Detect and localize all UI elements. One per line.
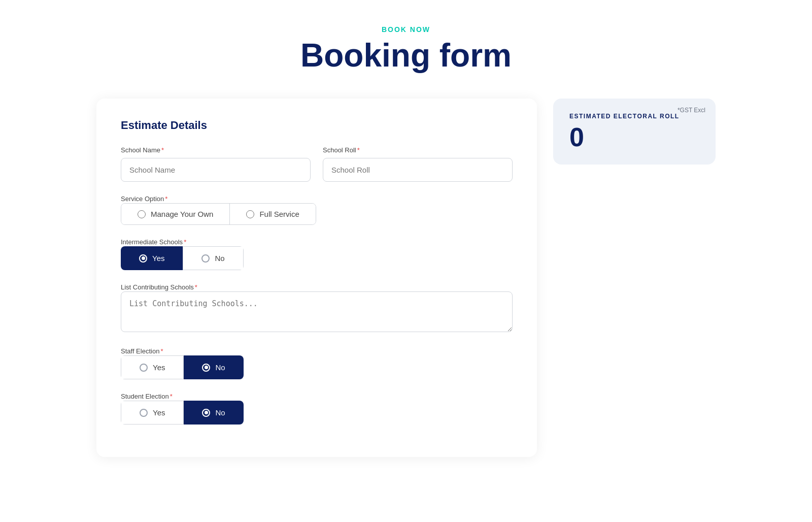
staff-yes-no-group: Yes No [121,355,244,379]
staff-radio-dot-no [202,364,210,372]
student-yes-no-group: Yes No [121,401,244,425]
student-no-button[interactable]: No [184,401,243,425]
staff-no-button[interactable]: No [184,355,243,379]
required-star-6: * [160,347,163,355]
required-star-4: * [184,238,186,246]
main-content: Estimate Details School Name* School Rol… [76,88,736,487]
form-panel: Estimate Details School Name* School Rol… [96,99,537,457]
staff-yes-button[interactable]: Yes [121,355,184,379]
service-option-manage-label: Manage Your Own [151,210,213,218]
page-title: Booking form [0,38,812,73]
school-roll-label: School Roll* [323,146,513,154]
school-roll-input[interactable] [323,158,513,182]
required-star-2: * [357,146,360,154]
gst-note: *GST Excl [678,107,705,114]
staff-election-section: Staff Election* Yes No [121,346,513,379]
school-row: School Name* School Roll* [121,146,513,182]
school-name-input[interactable] [121,158,311,182]
estimated-electoral-roll-label: ESTIMATED ELECTORAL ROLL [569,113,699,120]
required-star-5: * [195,283,197,291]
intermediate-no-label: No [215,254,224,263]
intermediate-schools-label: Intermediate Schools* [121,238,186,246]
intermediate-yes-label: Yes [152,254,164,263]
school-name-group: School Name* [121,146,311,182]
service-radio-manage[interactable] [138,210,146,218]
student-no-label: No [215,408,225,417]
school-roll-group: School Roll* [323,146,513,182]
contributing-schools-textarea[interactable] [121,291,513,332]
service-option-full[interactable]: Full Service [230,204,315,224]
intermediate-yes-button[interactable]: Yes [121,246,183,270]
required-star-3: * [165,195,167,203]
estimate-value: 0 [569,124,699,150]
intermediate-yes-no-group: Yes No [121,246,244,270]
required-star: * [161,146,164,154]
service-radio-full[interactable] [246,210,254,218]
intermediate-no-button[interactable]: No [183,246,243,270]
student-yes-label: Yes [153,408,165,417]
student-radio-dot-no [202,409,210,417]
student-election-label: Student Election* [121,393,173,400]
staff-yes-label: Yes [153,363,165,372]
intermediate-schools-section: Intermediate Schools* Yes No [121,237,513,270]
service-option-full-label: Full Service [259,210,299,218]
service-option-group: Manage Your Own Full Service [121,203,316,225]
student-yes-button[interactable]: Yes [121,401,184,425]
service-option-manage[interactable]: Manage Your Own [121,204,230,224]
staff-radio-dot-yes [140,364,148,372]
service-option-label: Service Option* [121,195,167,203]
page-header: BOOK NOW Booking form [0,0,812,88]
form-section-title: Estimate Details [121,119,513,132]
estimate-card: *GST Excl ESTIMATED ELECTORAL ROLL 0 [553,99,716,165]
school-name-label: School Name* [121,146,311,154]
staff-no-label: No [215,363,225,372]
required-star-7: * [170,393,173,400]
book-now-label: BOOK NOW [0,25,812,34]
radio-dot-no [201,254,210,263]
contributing-schools-section: List Contributing Schools* [121,282,513,334]
contributing-schools-label: List Contributing Schools* [121,283,197,291]
sidebar-panel: *GST Excl ESTIMATED ELECTORAL ROLL 0 [553,99,716,457]
staff-election-label: Staff Election* [121,347,163,355]
service-option-section: Service Option* Manage Your Own Full Ser… [121,194,513,225]
student-radio-dot-yes [140,409,148,417]
student-election-section: Student Election* Yes No [121,392,513,425]
radio-dot-yes [139,254,147,263]
